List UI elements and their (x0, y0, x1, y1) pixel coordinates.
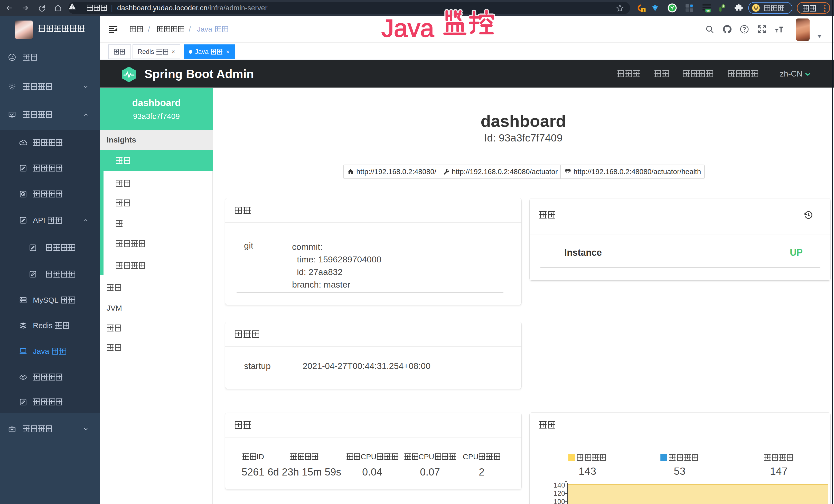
svg-text:1: 1 (642, 8, 644, 12)
svg-text:on: on (706, 9, 710, 12)
